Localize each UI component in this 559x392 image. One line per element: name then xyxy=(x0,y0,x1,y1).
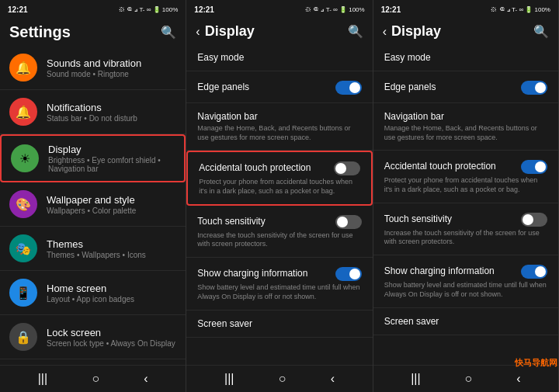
nav-bar-3: ||| ○ ‹ xyxy=(373,365,558,392)
navbar-header-2: Navigation bar xyxy=(197,111,361,122)
easymode-header-3: Easy mode xyxy=(384,52,547,63)
nav-recent-2[interactable]: ||| xyxy=(224,372,234,386)
display-page-title-2: Display xyxy=(205,23,348,40)
wallpaper-subtitle: Wallpapers • Color palette xyxy=(47,206,176,215)
nav-home-2[interactable]: ○ xyxy=(279,372,286,386)
screensaver-title-3: Screen saver xyxy=(384,316,547,327)
nav-recent-3[interactable]: ||| xyxy=(411,372,420,386)
charging-toggle-3[interactable] xyxy=(521,265,547,279)
navbar-subtitle-3: Manage the Home, Back, and Recents butto… xyxy=(384,124,547,142)
display-item-charging-2[interactable]: Show charging information Show battery l… xyxy=(186,258,372,310)
screensaver-header-3: Screen saver xyxy=(384,316,547,327)
status-icon-set-3: ⚙ ᪤ ⊿ T- ∞ 🔋 100% xyxy=(491,6,550,13)
back-arrow-2[interactable]: ‹ xyxy=(196,25,200,39)
watermark: 快马导航网 xyxy=(515,357,557,369)
status-time-3: 12:21 xyxy=(381,5,401,14)
display-icon: ☀ xyxy=(11,144,39,172)
status-bar-3: 12:21 ⚙ ᪤ ⊿ T- ∞ 🔋 100% xyxy=(373,0,558,17)
sounds-title: Sounds and vibration xyxy=(47,57,176,69)
touch-toggle-3[interactable] xyxy=(521,213,547,227)
display-item-easymode-2[interactable]: Easy mode xyxy=(186,44,372,71)
navbar-title-3: Navigation bar xyxy=(384,111,547,122)
display-search-icon-2[interactable]: 🔍 xyxy=(348,24,363,39)
settings-item-display[interactable]: ☀ Display Brightness • Eye comfort shiel… xyxy=(0,134,186,182)
sounds-text: Sounds and vibration Sound mode • Ringto… xyxy=(47,57,176,78)
themes-text: Themes Themes • Wallpapers • Icons xyxy=(47,238,176,259)
accidental-header-3: Accidental touch protection xyxy=(384,158,547,174)
settings-item-themes[interactable]: 🎭 Themes Themes • Wallpapers • Icons xyxy=(0,227,186,271)
sounds-icon: 🔔 xyxy=(9,54,37,82)
accidental-toggle-3[interactable] xyxy=(521,160,547,174)
display-item-screensaver-2[interactable]: Screen saver xyxy=(186,310,372,338)
edge-title-3: Edge panels xyxy=(384,82,515,92)
easymode-header-2: Easy mode xyxy=(197,52,361,63)
settings-item-lockscreen[interactable]: 🔒 Lock screen Screen lock type • Always … xyxy=(0,315,186,359)
display-item-easymode-3[interactable]: Easy mode xyxy=(373,44,558,71)
nav-bar-1: ||| ○ ‹ xyxy=(0,365,186,392)
status-icons-3: ⚙ ᪤ ⊿ T- ∞ 🔋 100% xyxy=(491,6,550,13)
display-item-edge-3[interactable]: Edge panels xyxy=(373,71,558,103)
nav-recent-1[interactable]: ||| xyxy=(38,372,47,386)
charging-toggle-2[interactable] xyxy=(335,267,362,281)
wallpaper-icon: 🎨 xyxy=(9,190,37,218)
nav-back-2[interactable]: ‹ xyxy=(331,372,335,386)
screensaver-header-2: Screen saver xyxy=(197,318,361,329)
wallpaper-text: Wallpaper and style Wallpapers • Color p… xyxy=(47,194,176,215)
homescreen-title: Home screen xyxy=(47,283,176,294)
display-item-edge-2[interactable]: Edge panels xyxy=(186,71,372,103)
edge-toggle-2[interactable] xyxy=(335,81,362,95)
settings-list: 🔔 Sounds and vibration Sound mode • Ring… xyxy=(0,46,186,365)
navbar-header-3: Navigation bar xyxy=(384,111,547,122)
display-item-screensaver-3[interactable]: Screen saver xyxy=(373,308,558,335)
status-icons-1: ⚙ ᪤ ⊿ T- ∞ 🔋 100% xyxy=(119,6,179,13)
nav-home-3[interactable]: ○ xyxy=(465,372,473,386)
notifications-icon: 🔔 xyxy=(9,98,37,126)
settings-item-homescreen[interactable]: 📱 Home screen Layout • App icon badges xyxy=(0,271,186,315)
display-item-accidental-3[interactable]: Accidental touch protection Protect your… xyxy=(373,151,558,203)
panel-display-after-wrap: 12:21 ⚙ ᪤ ⊿ T- ∞ 🔋 100% ‹ Display 🔍 Easy… xyxy=(373,0,559,392)
touch-subtitle-3: Increase the touch sensitivity of the sc… xyxy=(384,229,547,247)
status-bar-2: 12:21 ⚙ ᪤ ⊿ T- ∞ 🔋 100% xyxy=(186,0,372,17)
accidental-title-2: Accidental touch protection xyxy=(199,162,327,173)
themes-icon: 🎭 xyxy=(9,234,37,262)
display-item-touch-2[interactable]: Touch sensitivity Increase the touch sen… xyxy=(186,206,372,258)
nav-bar-2: ||| ○ ‹ xyxy=(186,365,372,392)
display-item-touch-3[interactable]: Touch sensitivity Increase the touch sen… xyxy=(373,203,558,255)
nav-home-1[interactable]: ○ xyxy=(92,372,99,386)
display-list-3: Easy mode Edge panels Navigation bar Man… xyxy=(373,44,558,365)
themes-subtitle: Themes • Wallpapers • Icons xyxy=(47,251,176,259)
charging-title-3: Show charging information xyxy=(384,265,515,276)
edge-header-3: Edge panels xyxy=(384,79,547,95)
display-item-navbar-3[interactable]: Navigation bar Manage the Home, Back, an… xyxy=(373,103,558,151)
lockscreen-title: Lock screen xyxy=(47,327,176,338)
lockscreen-subtitle: Screen lock type • Always On Display xyxy=(47,339,176,348)
nav-back-3[interactable]: ‹ xyxy=(516,372,520,386)
status-icon-set-1: ⚙ ᪤ ⊿ T- ∞ 🔋 100% xyxy=(119,6,179,13)
touch-title-2: Touch sensitivity xyxy=(197,216,328,227)
settings-item-sounds[interactable]: 🔔 Sounds and vibration Sound mode • Ring… xyxy=(0,46,186,90)
touch-toggle-2[interactable] xyxy=(335,215,362,229)
touch-subtitle-2: Increase the touch sensitivity of the sc… xyxy=(197,231,361,249)
touch-header-3: Touch sensitivity xyxy=(384,211,547,227)
settings-item-notifications[interactable]: 🔔 Notifications Status bar • Do not dist… xyxy=(0,90,186,134)
navbar-title-2: Navigation bar xyxy=(197,111,361,122)
settings-item-wallpaper[interactable]: 🎨 Wallpaper and style Wallpapers • Color… xyxy=(0,182,186,227)
display-item-accidental-2[interactable]: Accidental touch protection Protect your… xyxy=(186,151,372,205)
edge-toggle-3[interactable] xyxy=(521,81,547,95)
display-search-icon-3[interactable]: 🔍 xyxy=(533,24,549,39)
back-arrow-3[interactable]: ‹ xyxy=(383,25,387,39)
settings-title: Settings xyxy=(9,23,71,41)
accidental-toggle-2[interactable] xyxy=(334,161,360,175)
lockscreen-icon: 🔒 xyxy=(9,323,37,351)
settings-top-bar: Settings 🔍 xyxy=(0,17,186,46)
status-icons-2: ⚙ ᪤ ⊿ T- ∞ 🔋 100% xyxy=(305,6,365,13)
display-item-charging-3[interactable]: Show charging information Show battery l… xyxy=(373,255,558,307)
display-text: Display Brightness • Eye comfort shield … xyxy=(48,144,175,173)
nav-back-1[interactable]: ‹ xyxy=(144,372,148,386)
panel-display-after: 12:21 ⚙ ᪤ ⊿ T- ∞ 🔋 100% ‹ Display 🔍 Easy… xyxy=(373,0,559,392)
display-item-navbar-2[interactable]: Navigation bar Manage the Home, Back, an… xyxy=(186,103,372,151)
display-page-title-3: Display xyxy=(391,23,533,40)
accidental-subtitle-2: Protect your phone from accidental touch… xyxy=(199,178,359,196)
settings-search-icon[interactable]: 🔍 xyxy=(161,25,176,40)
panel-display-before: 12:21 ⚙ ᪤ ⊿ T- ∞ 🔋 100% ‹ Display 🔍 Easy… xyxy=(186,0,373,392)
